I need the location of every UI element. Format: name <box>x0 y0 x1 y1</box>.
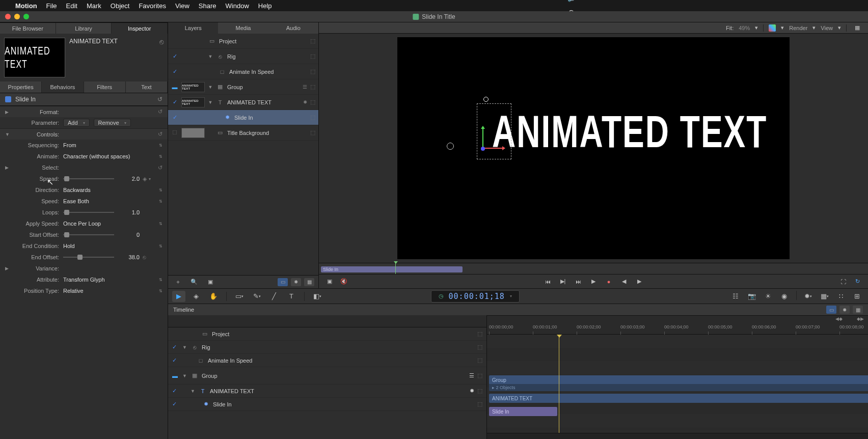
hud-button[interactable]: ☷ <box>729 291 742 302</box>
clip-group[interactable]: Group <box>489 375 868 385</box>
parameter-remove-button[interactable]: Remove▾ <box>94 119 131 127</box>
canvas-text-object[interactable]: ANIMATED TEXT <box>492 105 767 158</box>
pan-tool[interactable]: ✋ <box>207 291 220 302</box>
add-layer-button[interactable]: ＋ <box>172 278 183 287</box>
lock-icon[interactable]: ⬚ <box>310 53 315 60</box>
menu-file[interactable]: File <box>46 2 57 10</box>
lock-icon[interactable]: ⬚ <box>477 388 482 394</box>
lock-icon[interactable]: ⬚ <box>477 372 482 379</box>
behavior-header[interactable]: Slide In ↺ <box>0 93 168 106</box>
canvas-viewport[interactable]: ANIMATED TEXT <box>397 37 790 259</box>
mini-timeline[interactable]: Slide In <box>319 263 868 274</box>
mini-timeline-clip[interactable]: Slide In <box>321 266 463 272</box>
step-back-button[interactable]: ⏭ <box>573 277 584 286</box>
lock-icon[interactable]: ⬚ <box>310 114 315 121</box>
rig-icon[interactable]: ⎋ <box>159 38 164 46</box>
tab-inspector[interactable]: Inspector <box>112 23 168 34</box>
search-button[interactable]: 🔍 <box>188 278 200 287</box>
display-mode-2[interactable]: ✹ <box>291 278 301 286</box>
layout-button[interactable]: ▦ <box>852 23 863 33</box>
audio-mute-button[interactable]: 🔇 <box>338 277 349 286</box>
timeline-view-1[interactable]: ▭ <box>826 306 836 314</box>
lock-icon[interactable]: ⬚ <box>477 401 482 407</box>
menu-mark[interactable]: Mark <box>87 2 101 10</box>
app-menu[interactable]: Motion <box>15 2 37 10</box>
lock-icon[interactable]: ⬚ <box>477 331 482 337</box>
layer-row-rig[interactable]: ✓▼⎋Rig⬚ <box>168 49 318 64</box>
camera-button[interactable]: 📷 <box>745 291 758 302</box>
mini-playhead[interactable] <box>395 263 396 274</box>
text-tool[interactable]: T <box>285 291 298 302</box>
display-mode-3[interactable]: ▦ <box>304 278 314 286</box>
timeline-tracks[interactable]: ◀◆◆▶ 00:00:00;00 00:00:01;00 00:00:02;00… <box>487 315 868 439</box>
end-offset-row[interactable]: End Offset:38.0⎋ <box>0 252 168 263</box>
playhead[interactable] <box>559 335 559 433</box>
format-row[interactable]: ▶Format: ↺ <box>0 106 168 117</box>
controls-row[interactable]: ▼Controls: ↺ <box>0 128 168 140</box>
tab-text[interactable]: Text <box>126 81 168 93</box>
replicate-button[interactable]: ⊞ <box>851 291 864 302</box>
attribute-row[interactable]: Attribute:Transform Glyph⇅ <box>0 274 168 285</box>
reset-icon[interactable]: ↺ <box>158 164 162 171</box>
gear-icon[interactable]: ✹ <box>470 388 474 394</box>
rectangle-tool[interactable]: ▭▾ <box>233 291 246 302</box>
behaviors-button[interactable]: ✹▾ <box>802 291 815 302</box>
layer-row-project[interactable]: ▭Project⬚ <box>168 34 318 49</box>
reset-icon[interactable]: ↺ <box>158 108 162 115</box>
position-type-row[interactable]: Position Type:Relative⇅ <box>0 285 168 296</box>
tab-audio[interactable]: Audio <box>268 22 318 34</box>
record-button[interactable]: ● <box>603 277 614 286</box>
volume-icon[interactable]: 🔊 <box>567 0 576 2</box>
go-to-start-button[interactable]: ⏮ <box>542 277 553 286</box>
next-keyframe-icon[interactable]: ◆▶ <box>857 316 864 321</box>
start-offset-row[interactable]: Start Offset:0 <box>0 229 168 240</box>
layer-row-slide-in[interactable]: ✓✹Slide In⬚ <box>168 110 318 125</box>
reset-icon[interactable]: ↺ <box>158 131 162 138</box>
menu-edit[interactable]: Edit <box>66 2 77 10</box>
time-ruler[interactable]: 00:00:00;00 00:00:01;00 00:00:02;00 00:0… <box>487 322 868 335</box>
reset-icon[interactable]: ↺ <box>157 96 162 103</box>
timecode-display[interactable]: ◷ 00:00:01;18 ▾ <box>431 290 520 303</box>
mask-tool[interactable]: ◧▾ <box>311 291 324 302</box>
generator-button[interactable]: ◉ <box>778 291 791 302</box>
bezier-tool[interactable]: ✎▾ <box>250 291 263 302</box>
color-channels-button[interactable] <box>769 24 776 32</box>
variance-row[interactable]: ▶Variance: <box>0 263 168 274</box>
keyframe-icon[interactable]: ◈ <box>143 176 147 182</box>
play-from-start-button[interactable]: ▶| <box>557 277 568 286</box>
clip-group-sub[interactable]: ▸ 2 Objects <box>489 384 868 391</box>
window-zoom-button[interactable] <box>23 14 29 19</box>
parameter-add-button[interactable]: Add▾ <box>63 119 90 127</box>
window-minimize-button[interactable] <box>14 14 20 19</box>
timeline-view-2[interactable]: ✹ <box>839 306 850 314</box>
loop-button[interactable]: ↻ <box>852 277 863 286</box>
fullscreen-button[interactable]: ⛶ <box>837 277 849 286</box>
layer-row-title-bg[interactable]: ☐▭Title Background⬚ <box>168 125 318 141</box>
menu-window[interactable]: Window <box>226 2 249 10</box>
menu-favorites[interactable]: Favorites <box>139 2 166 10</box>
selection-box[interactable] <box>477 103 511 159</box>
view-menu[interactable]: View <box>821 25 833 31</box>
x-axis-handle[interactable] <box>482 148 503 149</box>
tl-row-group[interactable]: ▬▼▦Group☰⬚ <box>168 367 486 385</box>
timeline-scrollbar[interactable] <box>487 433 868 439</box>
select-tool[interactable]: ▶ <box>172 291 185 302</box>
tab-filters[interactable]: Filters <box>84 81 126 93</box>
tl-row-slide-in[interactable]: ✓✹Slide In⬚ <box>168 398 486 411</box>
make-particles-button[interactable]: ∷ <box>834 291 848 302</box>
light-button[interactable]: ☀ <box>762 291 775 302</box>
menu-object[interactable]: Object <box>111 2 130 10</box>
lock-icon[interactable]: ⬚ <box>310 99 315 105</box>
tab-media[interactable]: Media <box>218 22 268 34</box>
tab-library[interactable]: Library <box>56 23 112 34</box>
filters-button[interactable]: ▦▾ <box>818 291 831 302</box>
prev-frame-button[interactable]: ◀ <box>618 277 630 286</box>
loops-row[interactable]: Loops:1.0 <box>0 207 168 218</box>
spread-row[interactable]: Spread:2.0◈▾ <box>0 173 168 184</box>
menu-view[interactable]: View <box>175 2 189 10</box>
end-condition-row[interactable]: End Condition:Hold⇅ <box>0 240 168 252</box>
frame-button[interactable]: ▣ <box>205 278 216 287</box>
tab-file-browser[interactable]: File Browser <box>0 23 56 34</box>
clip-slide-in[interactable]: Slide In <box>489 407 557 416</box>
apply-speed-row[interactable]: Apply Speed:Once Per Loop⇅ <box>0 218 168 229</box>
